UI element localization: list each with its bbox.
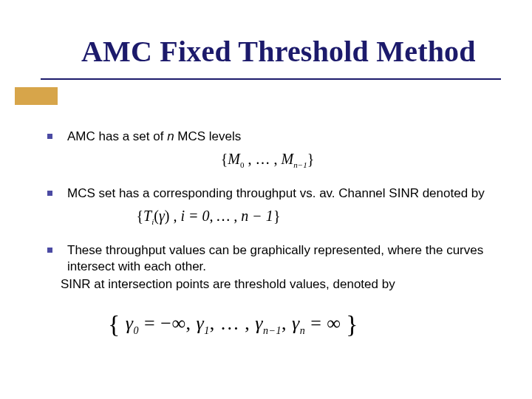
subscript-1: 1 (204, 325, 210, 336)
subscript-n-1: n−1 (293, 160, 307, 169)
bullet-text: These throughput values can be graphical… (67, 242, 488, 275)
sym-gamma: γ (292, 313, 300, 334)
sym-M: M (228, 151, 240, 167)
subscript-0: 0 (134, 325, 140, 336)
formula-threshold-set: { γ0 = −∞, γ1, … , γn−1, γn = ∞ } (108, 313, 358, 334)
equals-inf: = ∞ (305, 313, 341, 334)
subline-text: SINR at intersection points are threshol… (61, 276, 488, 293)
comma: , (282, 313, 292, 334)
formula-row: {Ti(γ) , i = 0, … , n − 1} (47, 208, 488, 226)
sym-gamma: γ (255, 313, 263, 334)
text-segment: MCS levels (174, 129, 242, 143)
subscript-n-1: n−1 (263, 325, 282, 336)
bullet-item: These throughput values can be graphical… (47, 242, 488, 275)
title-block: AMC Fixed Threshold Method (81, 34, 510, 69)
square-bullet-icon (47, 191, 52, 196)
lparen: ( (154, 208, 159, 224)
italic-n: n (167, 129, 174, 143)
equals-neg-inf: = −∞, (139, 313, 196, 334)
slide: AMC Fixed Threshold Method AMC has a set… (0, 0, 532, 399)
bullet-text: AMC has a set of n MCS levels (67, 129, 241, 145)
bullet-item: AMC has a set of n MCS levels (47, 129, 488, 145)
brace-open: { (221, 151, 228, 167)
slide-title: AMC Fixed Threshold Method (81, 34, 510, 69)
ellipsis: , … , (210, 313, 256, 334)
brace-close: } (307, 151, 315, 167)
brace-open: { (108, 310, 120, 338)
text-segment: AMC has a set of (67, 129, 167, 143)
square-bullet-icon (47, 248, 52, 253)
square-bullet-icon (47, 134, 52, 139)
sym-M: M (282, 151, 294, 167)
sym-T: T (143, 208, 151, 224)
sym-gamma: γ (126, 313, 134, 334)
formula-row: {M0 , … , Mn−1} (47, 151, 488, 169)
accent-box (15, 87, 58, 105)
brace-close: } (273, 208, 281, 224)
bullet-text: MCS set has a corresponding throughput v… (67, 185, 485, 202)
rparen: ) (165, 208, 170, 224)
brace-open: { (137, 208, 144, 224)
formula-throughput-set: {Ti(γ) , i = 0, … , n − 1} (137, 208, 281, 226)
sym-gamma: γ (159, 208, 165, 224)
title-underline (41, 78, 501, 80)
formula-row: { γ0 = −∞, γ1, … , γn−1, γn = ∞ } (108, 307, 488, 337)
index-range: , i = 0, … , n − 1 (170, 208, 273, 224)
bullet-item: MCS set has a corresponding throughput v… (47, 185, 488, 202)
content: AMC has a set of n MCS levels {M0 , … , … (47, 129, 488, 337)
brace-close: } (346, 310, 358, 338)
ellipsis: , … , (245, 151, 282, 167)
sym-gamma: γ (196, 313, 204, 334)
formula-mcs-set: {M0 , … , Mn−1} (221, 151, 315, 169)
